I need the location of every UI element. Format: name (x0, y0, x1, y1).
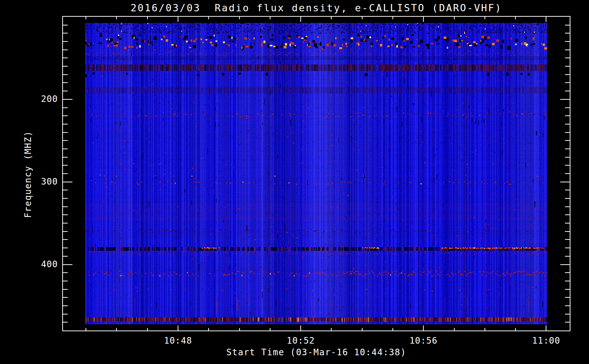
y-tick (63, 214, 68, 215)
y-tick (63, 115, 68, 116)
y-tick (63, 190, 68, 190)
x-tick (116, 17, 117, 19)
y-tick (560, 182, 570, 182)
y-tick (565, 223, 570, 223)
y-tick (565, 281, 570, 281)
y-tick (565, 124, 570, 124)
y-tick (63, 74, 68, 75)
y-tick (565, 58, 570, 58)
x-tick-label: 10:56 (410, 336, 438, 346)
x-tick (178, 17, 178, 22)
x-tick (454, 328, 455, 331)
y-tick (565, 50, 570, 50)
y-tick (63, 82, 68, 83)
y-tick (63, 289, 68, 290)
x-tick (515, 17, 516, 19)
y-tick (565, 248, 570, 248)
x-tick (116, 328, 117, 331)
y-tick (565, 256, 570, 257)
y-tick (63, 272, 68, 273)
y-tick (63, 173, 68, 174)
x-tick (300, 17, 301, 22)
x-tick (239, 328, 240, 331)
x-tick (331, 17, 332, 19)
y-tick (63, 264, 72, 265)
x-tick (423, 17, 424, 22)
x-tick (331, 328, 332, 331)
y-tick (63, 140, 68, 141)
x-tick-label: 10:52 (287, 336, 315, 346)
y-tick (565, 91, 570, 91)
y-tick (63, 231, 68, 232)
y-tick (565, 74, 570, 75)
y-tick (63, 91, 68, 91)
y-tick-label: 200 (25, 94, 58, 104)
y-tick (63, 281, 68, 281)
y-tick (565, 305, 570, 306)
spectrogram-page: 2016/03/03 Radio flux density, e-CALLIST… (0, 0, 589, 364)
y-tick (63, 305, 68, 306)
x-tick (86, 328, 86, 331)
y-tick (565, 107, 570, 108)
y-tick (63, 124, 68, 124)
y-tick (565, 140, 570, 141)
y-tick (560, 99, 570, 100)
y-tick (63, 223, 68, 223)
y-tick (565, 165, 570, 166)
y-tick (63, 33, 68, 33)
y-tick-label: 400 (25, 259, 58, 269)
x-tick (485, 17, 485, 19)
y-tick (63, 107, 68, 108)
y-tick (565, 173, 570, 174)
y-tick (565, 25, 570, 25)
y-tick (63, 58, 68, 58)
y-tick (63, 50, 68, 50)
y-tick (565, 314, 570, 314)
y-tick (565, 157, 570, 158)
y-tick (63, 41, 68, 42)
x-tick (208, 328, 209, 331)
x-tick (546, 325, 546, 331)
y-tick (565, 198, 570, 199)
y-tick (565, 149, 570, 149)
y-tick (565, 190, 570, 190)
spectrogram-canvas (85, 23, 547, 324)
y-tick (63, 25, 68, 25)
y-tick (565, 214, 570, 215)
x-tick (178, 325, 178, 331)
x-tick (147, 328, 148, 331)
x-tick (86, 17, 86, 19)
y-tick (565, 41, 570, 42)
y-tick (565, 231, 570, 232)
y-tick (63, 66, 68, 67)
chart-title: 2016/03/03 Radio flux density, e-CALLIST… (63, 2, 570, 13)
y-tick (565, 82, 570, 83)
y-tick (565, 272, 570, 273)
x-tick (208, 17, 209, 19)
x-tick (454, 17, 455, 19)
x-tick (362, 17, 363, 19)
y-tick (565, 132, 570, 133)
y-tick (63, 248, 68, 248)
x-tick (239, 17, 240, 19)
x-tick (392, 17, 393, 19)
y-tick (63, 132, 68, 133)
y-tick (565, 289, 570, 290)
y-tick (565, 66, 570, 67)
y-tick (565, 115, 570, 116)
x-tick (147, 17, 148, 19)
y-tick-label: 300 (25, 177, 58, 187)
y-tick (63, 198, 68, 199)
y-tick (63, 157, 68, 158)
x-tick-label: 11:00 (532, 336, 560, 346)
y-tick (63, 297, 68, 298)
y-tick (565, 239, 570, 240)
y-tick (63, 239, 68, 240)
x-tick (423, 325, 424, 331)
y-tick (565, 297, 570, 298)
y-tick (63, 182, 72, 182)
plot-frame: 2016/03/03 Radio flux density, e-CALLIST… (62, 16, 570, 331)
y-tick (63, 314, 68, 314)
y-tick (63, 256, 68, 257)
y-tick (565, 322, 570, 323)
